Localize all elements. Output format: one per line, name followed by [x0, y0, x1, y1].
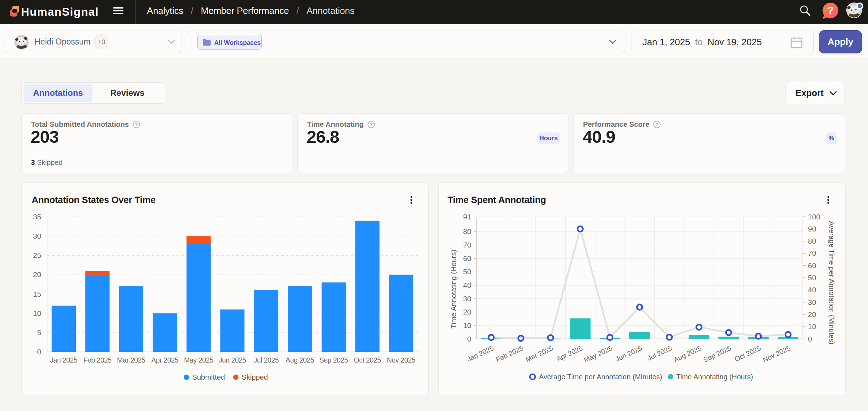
svg-text:Jul 2025: Jul 2025: [646, 344, 673, 362]
svg-text:70: 70: [463, 241, 471, 249]
svg-text:70: 70: [808, 249, 816, 257]
svg-text:Mar 2025: Mar 2025: [117, 356, 145, 364]
svg-text:20: 20: [33, 270, 41, 279]
svg-text:10: 10: [463, 321, 471, 329]
svg-text:20: 20: [808, 310, 816, 318]
svg-text:Sep 2025: Sep 2025: [702, 344, 732, 364]
svg-text:80: 80: [463, 227, 471, 235]
svg-text:?: ?: [135, 122, 138, 127]
svg-text:Jul 2025: Jul 2025: [254, 356, 279, 364]
svg-text:40: 40: [808, 286, 816, 294]
svg-text:Oct 2025: Oct 2025: [354, 356, 381, 364]
svg-text:80: 80: [808, 237, 816, 245]
svg-text:Feb 2025: Feb 2025: [494, 344, 524, 364]
svg-text:0: 0: [808, 335, 812, 343]
svg-text:40: 40: [463, 281, 471, 289]
svg-text:Mar 2025: Mar 2025: [524, 344, 554, 364]
svg-text:Aug 2025: Aug 2025: [286, 356, 314, 364]
svg-text:Nov 2025: Nov 2025: [387, 356, 416, 364]
svg-text:5: 5: [37, 328, 41, 337]
svg-text:50: 50: [463, 267, 471, 276]
svg-text:Jan 2025: Jan 2025: [50, 356, 78, 364]
svg-text:35: 35: [33, 213, 41, 221]
svg-text:30: 30: [808, 298, 816, 306]
svg-text:Time Annotating (Hours): Time Annotating (Hours): [676, 373, 753, 381]
svg-text:Apr 2025: Apr 2025: [152, 356, 179, 364]
svg-text:Submitted: Submitted: [192, 373, 225, 381]
svg-text:Jun 2025: Jun 2025: [219, 356, 247, 364]
svg-text:Skipped: Skipped: [242, 373, 268, 381]
svg-text:10: 10: [33, 309, 41, 317]
svg-text:25: 25: [33, 251, 41, 259]
svg-text:30: 30: [463, 295, 471, 303]
svg-text:Aug 2025: Aug 2025: [672, 344, 703, 364]
svg-text:Nov 2025: Nov 2025: [762, 344, 792, 364]
svg-text:30: 30: [33, 232, 41, 240]
svg-text:May 2025: May 2025: [583, 344, 614, 364]
svg-text:?: ?: [370, 122, 373, 127]
svg-text:15: 15: [33, 290, 41, 298]
svg-text:10: 10: [808, 322, 816, 331]
svg-text:?: ?: [827, 4, 833, 16]
svg-text:Oct 2025: Oct 2025: [733, 344, 762, 363]
svg-text:20: 20: [463, 308, 471, 316]
svg-text:0: 0: [467, 335, 471, 343]
svg-text:Jan 2025: Jan 2025: [466, 344, 495, 363]
svg-text:100: 100: [808, 213, 820, 221]
svg-text:Time Annotating (Hours): Time Annotating (Hours): [449, 250, 457, 328]
svg-text:Jun 2025: Jun 2025: [614, 344, 643, 363]
svg-text:91: 91: [463, 213, 471, 221]
svg-text:Average Time per Annotation (M: Average Time per Annotation (Minutes): [539, 373, 662, 381]
svg-text:Average Time per Annotation (M: Average Time per Annotation (Minutes): [828, 221, 836, 344]
svg-text:Feb 2025: Feb 2025: [83, 356, 112, 364]
svg-text:60: 60: [808, 261, 816, 270]
svg-text:90: 90: [808, 225, 816, 233]
svg-text:?: ?: [656, 122, 658, 127]
svg-text:60: 60: [463, 254, 471, 262]
svg-text:0: 0: [37, 348, 41, 356]
svg-text:Sep 2025: Sep 2025: [319, 356, 348, 364]
svg-text:50: 50: [808, 274, 816, 282]
svg-text:May 2025: May 2025: [184, 356, 213, 364]
svg-text:Apr 2025: Apr 2025: [555, 344, 584, 363]
